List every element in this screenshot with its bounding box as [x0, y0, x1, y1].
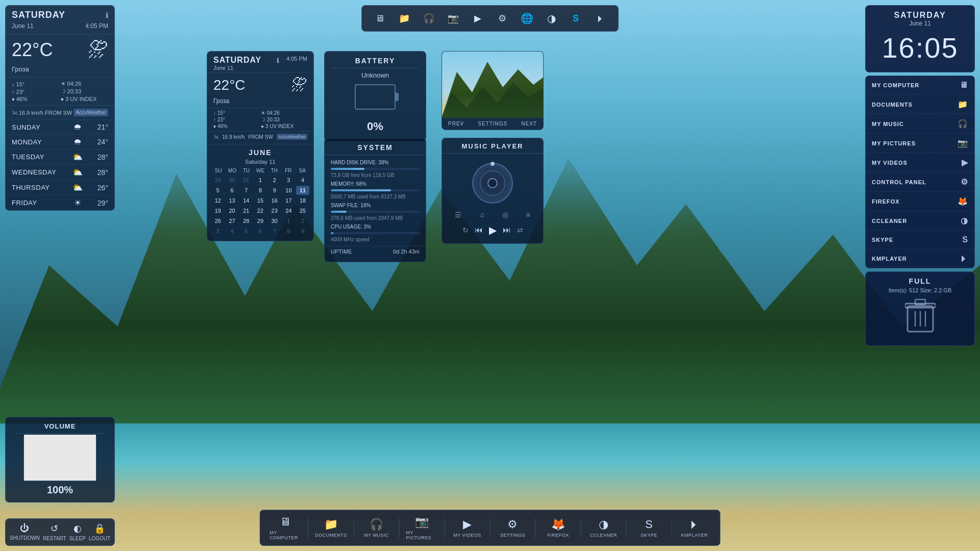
bt-pictures[interactable]: 📷 MY PICTURES — [404, 513, 440, 542]
bt-settings[interactable]: ⚙ SETTINGS — [495, 516, 531, 540]
lp-weather-icon: ⛈ — [88, 38, 108, 61]
firefox-item[interactable]: FIREFOX 🦊 — [866, 192, 974, 211]
tb-camera-icon[interactable]: 📷 — [443, 8, 463, 29]
music-note-icon[interactable]: ♫ — [479, 211, 485, 219]
cal-day[interactable]: 4 — [296, 176, 309, 185]
cal-day[interactable]: 29 — [211, 176, 225, 185]
cal-day[interactable]: 28 — [239, 216, 253, 226]
bt-kmplayer[interactable]: ⏵ KMPLAYER — [677, 516, 713, 540]
control-panel-item[interactable]: CONTROL PANEL ⚙ — [866, 172, 974, 192]
cal-day[interactable]: 27 — [226, 216, 239, 226]
cal-day[interactable]: 9 — [296, 227, 309, 236]
cal-day[interactable]: 6 — [226, 186, 239, 195]
bt-computer[interactable]: 🖥 MY COMPUTER — [268, 513, 304, 542]
cal-day[interactable]: 10 — [282, 186, 296, 195]
skype-item[interactable]: SKYPE S — [866, 231, 974, 249]
firefox-item-icon: 🦊 — [958, 196, 968, 206]
cal-day[interactable]: 8 — [254, 186, 267, 195]
music-eq-icon[interactable]: ≡ — [526, 211, 530, 219]
cal-day[interactable]: 1 — [282, 216, 296, 226]
shutdown-button[interactable]: ⏻ SHUTDOWN — [10, 523, 40, 541]
logout-button[interactable]: 🔒 LOGOUT — [89, 523, 110, 541]
cal-day[interactable]: 7 — [268, 227, 281, 236]
cal-day[interactable]: 5 — [239, 227, 253, 236]
ccleaner-item[interactable]: CCLEANER ◑ — [866, 211, 974, 231]
cal-day[interactable]: 7 — [239, 186, 253, 195]
cal-day[interactable]: 26 — [211, 216, 225, 226]
music-list-icon[interactable]: ☰ — [455, 211, 461, 219]
music-repeat-button[interactable]: ↻ — [462, 226, 469, 234]
cal-day[interactable]: 20 — [226, 206, 239, 215]
tb-video-icon[interactable]: ▶ — [468, 8, 488, 29]
cal-day[interactable]: 12 — [211, 196, 225, 205]
documents-item[interactable]: DOCUMENTS 📁 — [866, 95, 974, 114]
cw-info-icon[interactable]: ℹ — [277, 57, 279, 64]
cal-day[interactable]: 13 — [226, 196, 239, 205]
tb-settings-icon[interactable]: ⚙ — [492, 8, 512, 29]
my-computer-item[interactable]: MY COMPUTER 🖥 — [866, 76, 974, 95]
tb-computer-icon[interactable]: 🖥 — [370, 8, 390, 29]
cal-day[interactable]: 15 — [254, 196, 267, 205]
cal-day[interactable]: 17 — [282, 196, 296, 205]
cal-day[interactable]: 16 — [268, 196, 281, 205]
cal-day[interactable]: 6 — [254, 227, 267, 236]
my-videos-item[interactable]: MY VIDEOS ▶ — [866, 153, 974, 172]
bt-firefox[interactable]: 🦊 FIREFOX — [541, 516, 576, 540]
lp-info-icon[interactable]: ℹ — [106, 11, 108, 19]
cal-day[interactable]: 22 — [254, 206, 267, 215]
cal-day[interactable]: 25 — [296, 206, 309, 215]
bt-skype[interactable]: S SKYPE — [631, 516, 667, 540]
cal-day[interactable]: 3 — [282, 176, 296, 185]
tb-firefox-icon[interactable]: 🌐 — [517, 8, 537, 29]
my-pictures-item[interactable]: MY PICTURES 📷 — [866, 134, 974, 153]
photo-next-button[interactable]: NEXT — [521, 121, 537, 127]
sleep-button[interactable]: ◐ SLEEP — [69, 523, 86, 541]
cal-day[interactable]: 9 — [268, 186, 281, 195]
trash-icon[interactable] — [873, 298, 967, 340]
music-shuffle-button[interactable]: ⇄ — [517, 226, 523, 234]
bt-videos[interactable]: ▶ MY VIDEOS — [450, 516, 485, 540]
cal-day[interactable]: 30 — [268, 216, 281, 226]
cal-day[interactable]: 11 — [296, 186, 309, 195]
my-music-item[interactable]: MY MUSIC 🎧 — [866, 114, 974, 134]
music-eye-icon[interactable]: ◎ — [502, 211, 508, 219]
sys-buttons-area: ⏻ SHUTDOWN ↺ RESTART ◐ SLEEP 🔒 LOGOUT — [5, 518, 115, 546]
cal-day[interactable]: 18 — [296, 196, 309, 205]
cal-day[interactable]: 21 — [239, 206, 253, 215]
cal-day[interactable]: 24 — [282, 206, 296, 215]
cal-day[interactable]: 23 — [268, 206, 281, 215]
cal-day[interactable]: 8 — [282, 227, 296, 236]
cal-day[interactable]: 14 — [239, 196, 253, 205]
cal-day[interactable]: 30 — [226, 176, 239, 185]
cal-day[interactable]: 29 — [254, 216, 267, 226]
cal-day[interactable]: 5 — [211, 186, 225, 195]
swap-bar — [331, 211, 347, 213]
photo-settings-button[interactable]: SETTINGS — [478, 121, 507, 127]
hdd-free: 73,8 GB free from 118,5 GB — [325, 172, 426, 180]
cal-day[interactable]: 31 — [239, 176, 253, 185]
music-prev-button[interactable]: ⏮ — [475, 226, 483, 235]
bt-documents[interactable]: 📁 DOCUMENTS — [313, 516, 349, 540]
cal-day[interactable]: 2 — [268, 176, 281, 185]
tb-folder-icon[interactable]: 📁 — [394, 8, 414, 29]
tb-skype-icon[interactable]: S — [566, 8, 586, 29]
bt-ccleaner[interactable]: ◑ CCLEANER — [586, 516, 622, 540]
tb-ccleaner-icon[interactable]: ◑ — [541, 8, 561, 29]
cal-day[interactable]: 3 — [211, 227, 225, 236]
cal-day[interactable]: 19 — [211, 206, 225, 215]
cal-day[interactable]: 4 — [226, 227, 239, 236]
bt-music[interactable]: 🎧 MY MUSIC — [359, 516, 395, 540]
cal-day[interactable]: 1 — [254, 176, 267, 185]
music-disc-area — [442, 158, 543, 209]
kmplayer-item[interactable]: KMPLAYER ⏵ — [866, 249, 974, 268]
cal-day[interactable]: 2 — [296, 216, 309, 226]
volume-panel: VOLUME 100% — [5, 417, 115, 503]
music-play-button[interactable]: ▶ — [489, 224, 497, 236]
restart-button[interactable]: ↺ RESTART — [43, 523, 66, 541]
forecast-list: SUNDAY 🌧 21° MONDAY 🌧 24° TUESDAY ⛅ 28° … — [6, 119, 114, 210]
tb-kmplayer-icon[interactable]: ⏵ — [590, 8, 610, 29]
photo-prev-button[interactable]: PREV — [448, 121, 464, 127]
bt-separator — [399, 518, 400, 538]
tb-headphones-icon[interactable]: 🎧 — [419, 8, 439, 29]
music-next-button[interactable]: ⏭ — [503, 226, 511, 235]
